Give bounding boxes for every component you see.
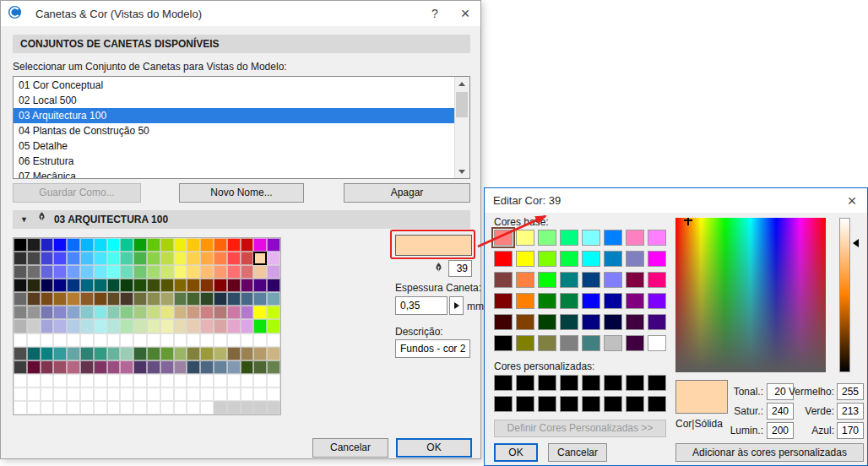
pen-color-swatch[interactable] xyxy=(41,292,54,306)
pen-color-swatch[interactable] xyxy=(227,374,241,387)
pen-color-swatch[interactable] xyxy=(107,292,121,306)
pen-color-swatch[interactable] xyxy=(53,306,67,319)
pen-color-swatch[interactable] xyxy=(200,387,214,401)
cancel-button[interactable]: Cancelar xyxy=(548,443,607,462)
pen-color-swatch[interactable] xyxy=(160,333,174,347)
pen-color-swatch[interactable] xyxy=(227,279,241,292)
pen-color-swatch[interactable] xyxy=(27,347,41,360)
pen-color-swatch[interactable] xyxy=(187,252,200,265)
pen-color-swatch[interactable] xyxy=(94,347,107,360)
pen-color-swatch[interactable] xyxy=(253,333,267,347)
pen-color-swatch[interactable] xyxy=(41,252,54,265)
pen-color-swatch[interactable] xyxy=(41,347,54,360)
custom-color-swatch[interactable] xyxy=(582,375,600,391)
pen-color-swatch[interactable] xyxy=(147,265,160,279)
basic-color-swatch[interactable] xyxy=(648,230,666,246)
pen-color-swatch[interactable] xyxy=(187,360,200,374)
pen-color-swatch[interactable] xyxy=(200,333,214,347)
close-button[interactable]: × xyxy=(837,188,867,214)
pen-color-swatch[interactable] xyxy=(107,387,121,401)
pen-set-item[interactable]: 04 Plantas de Construção 50 xyxy=(14,123,455,138)
pen-color-swatch[interactable] xyxy=(120,252,133,265)
pen-color-swatch[interactable] xyxy=(253,292,267,306)
pen-color-swatch[interactable] xyxy=(174,306,187,319)
pen-color-swatch[interactable] xyxy=(107,319,121,333)
pen-color-swatch[interactable] xyxy=(214,238,227,252)
pen-color-swatch[interactable] xyxy=(27,252,41,265)
pen-color-swatch[interactable] xyxy=(14,347,27,360)
pen-color-swatch[interactable] xyxy=(241,319,254,333)
pen-color-swatch[interactable] xyxy=(27,319,41,333)
pen-color-swatch[interactable] xyxy=(94,387,107,401)
basic-color-swatch[interactable] xyxy=(626,335,644,351)
pen-color-swatch[interactable] xyxy=(227,360,241,374)
scroll-up-icon[interactable] xyxy=(455,77,469,90)
pen-color-swatch[interactable] xyxy=(27,374,41,387)
pen-color-swatch[interactable] xyxy=(27,292,41,306)
pen-color-swatch[interactable] xyxy=(174,374,187,387)
pen-set-list[interactable]: 01 Cor Conceptual02 Local 50003 Arquitec… xyxy=(13,76,470,179)
basic-color-swatch[interactable] xyxy=(604,272,622,288)
thickness-flyout-button[interactable] xyxy=(449,296,464,315)
pen-color-swatch[interactable] xyxy=(241,279,254,292)
pen-color-swatch[interactable] xyxy=(214,319,227,333)
pen-color-swatch[interactable] xyxy=(200,238,214,252)
pen-color-swatch[interactable] xyxy=(133,238,147,252)
pen-color-swatch[interactable] xyxy=(120,401,133,415)
pen-color-swatch[interactable] xyxy=(27,279,41,292)
pen-color-swatch[interactable] xyxy=(67,387,80,401)
pen-color-swatch[interactable] xyxy=(241,333,254,347)
custom-color-swatch[interactable] xyxy=(538,375,556,391)
pen-color-swatch[interactable] xyxy=(147,360,160,374)
basic-color-swatch[interactable] xyxy=(648,251,666,267)
pen-color-swatch[interactable] xyxy=(41,401,54,415)
pen-color-swatch[interactable] xyxy=(53,347,67,360)
pen-color-swatch[interactable] xyxy=(241,292,254,306)
pen-set-item[interactable]: 05 Detalhe xyxy=(14,138,455,154)
define-custom-colors-button[interactable]: Definir Cores Personalizadas >> xyxy=(494,420,666,437)
pen-color-swatch[interactable] xyxy=(94,265,107,279)
pen-color-swatch[interactable] xyxy=(133,360,147,374)
pen-color-swatch[interactable] xyxy=(227,401,241,415)
pen-color-swatch[interactable] xyxy=(267,265,280,279)
pen-color-swatch[interactable] xyxy=(267,401,280,415)
basic-color-swatch[interactable] xyxy=(560,293,578,309)
pen-color-swatch[interactable] xyxy=(267,252,280,265)
pen-color-swatch[interactable] xyxy=(94,252,107,265)
pen-color-swatch[interactable] xyxy=(160,265,174,279)
pen-color-swatch[interactable] xyxy=(14,401,27,415)
basic-color-swatch[interactable] xyxy=(648,272,666,288)
pen-color-swatch[interactable] xyxy=(133,333,147,347)
pen-color-swatch[interactable] xyxy=(120,347,133,360)
pen-color-swatch[interactable] xyxy=(41,265,54,279)
pen-color-swatch[interactable] xyxy=(14,387,27,401)
pen-color-swatch[interactable] xyxy=(241,401,254,415)
pen-color-swatch[interactable] xyxy=(160,292,174,306)
pen-color-swatch[interactable] xyxy=(120,374,133,387)
basic-color-swatch[interactable] xyxy=(582,293,600,309)
pen-color-swatch[interactable] xyxy=(200,306,214,319)
pen-color-swatch[interactable] xyxy=(120,319,133,333)
pen-color-swatch[interactable] xyxy=(53,333,67,347)
luminance-bar[interactable] xyxy=(839,218,850,372)
pen-color-swatch[interactable] xyxy=(80,292,94,306)
basic-color-swatch[interactable] xyxy=(604,314,622,330)
blue-field[interactable] xyxy=(837,422,864,439)
custom-color-swatch[interactable] xyxy=(538,396,556,412)
pen-color-swatch[interactable] xyxy=(227,319,241,333)
basic-color-swatch[interactable] xyxy=(582,230,600,246)
basic-color-swatch[interactable] xyxy=(560,251,578,267)
pen-color-swatch[interactable] xyxy=(80,374,94,387)
pen-color-swatch[interactable] xyxy=(241,374,254,387)
pen-color-swatch[interactable] xyxy=(174,319,187,333)
pen-color-swatch[interactable] xyxy=(267,360,280,374)
pen-color-swatch[interactable] xyxy=(53,292,67,306)
pen-color-swatch[interactable] xyxy=(41,333,54,347)
pen-color-swatch[interactable] xyxy=(94,360,107,374)
pen-color-swatch[interactable] xyxy=(227,333,241,347)
pen-color-swatch[interactable] xyxy=(267,292,280,306)
pen-color-swatch[interactable] xyxy=(120,360,133,374)
custom-color-swatch[interactable] xyxy=(604,396,622,412)
pen-color-swatch[interactable] xyxy=(214,401,227,415)
edit-color-titlebar[interactable]: Editar Cor: 39 × xyxy=(485,188,867,213)
